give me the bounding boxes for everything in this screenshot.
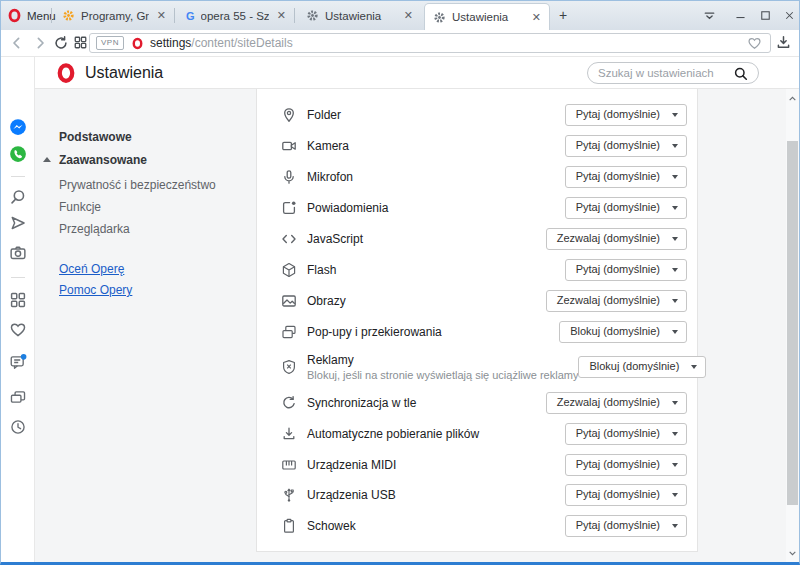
sidebar-item-podstawowe[interactable]: Podstawowe — [59, 130, 132, 144]
personal-news-icon[interactable] — [9, 353, 27, 371]
chevron-down-icon — [672, 524, 678, 528]
permission-row-auto-download: Automatyczne pobieranie plików Pytaj (do… — [257, 419, 697, 449]
scroll-down-arrow[interactable] — [786, 546, 799, 560]
tab-menu-button[interactable] — [701, 7, 718, 24]
tab-google-search[interactable]: G opera 55 - Szukaj w Goog ✕ — [178, 1, 294, 30]
permission-dropdown[interactable]: Zezwalaj (domyślnie) — [546, 290, 687, 312]
permission-row-images: Obrazy Zezwalaj (domyślnie) — [257, 286, 697, 316]
chevron-down-icon — [672, 299, 678, 303]
permission-row-midi: Urządzenia MIDI Pytaj (domyślnie) — [257, 450, 697, 480]
permission-label: JavaScript — [307, 232, 363, 246]
snapshot-camera-icon[interactable] — [9, 244, 27, 262]
dropdown-value: Pytaj (domyślnie) — [576, 170, 660, 182]
permission-dropdown[interactable]: Pytaj (domyślnie) — [565, 135, 687, 157]
scrollbar-thumb[interactable] — [787, 141, 798, 505]
bookmark-heart-icon[interactable] — [747, 36, 762, 51]
permission-dropdown[interactable]: Zezwalaj (domyślnie) — [546, 228, 687, 250]
camera-icon — [281, 138, 297, 154]
sidebar-search-icon[interactable] — [9, 188, 27, 206]
bookmarks-heart-icon[interactable] — [9, 321, 27, 339]
messenger-icon[interactable] — [9, 118, 27, 136]
sidebar-item-prywatnosc[interactable]: Prywatność i bezpieczeństwo — [59, 178, 216, 192]
tab-close-icon[interactable]: ✕ — [155, 9, 168, 22]
rate-opera-link[interactable]: Oceń Operę — [59, 262, 124, 276]
dropdown-value: Pytaj (domyślnie) — [576, 201, 660, 213]
permission-dropdown[interactable]: Pytaj (domyślnie) — [565, 104, 687, 126]
chevron-down-icon — [672, 237, 678, 241]
permission-dropdown[interactable]: Pytaj (domyślnie) — [565, 423, 687, 445]
opera-logo-icon — [7, 8, 22, 23]
permission-label: Schowek — [307, 519, 356, 533]
page-scrollbar[interactable] — [786, 89, 799, 562]
permission-dropdown[interactable]: Blokuj (domyślnie) — [578, 356, 706, 378]
reload-button[interactable] — [53, 35, 69, 51]
tab-close-icon[interactable]: ✕ — [530, 11, 543, 24]
chevron-down-icon — [672, 206, 678, 210]
auto-download-icon — [281, 426, 297, 442]
ads-shield-icon — [281, 359, 297, 375]
opera-help-link[interactable]: Pomoc Opery — [59, 283, 132, 297]
history-clock-icon[interactable] — [9, 418, 27, 436]
whatsapp-icon[interactable] — [9, 145, 27, 163]
tab-ustawienia-1[interactable]: Ustawienia ✕ — [298, 1, 421, 30]
permission-row-flash: Flash Pytaj (domyślnie) — [257, 255, 697, 285]
tab-ustawienia-active[interactable]: Ustawienia ✕ — [425, 4, 549, 30]
sidebar-item-przegladarka[interactable]: Przeglądarka — [59, 222, 130, 236]
dropdown-value: Pytaj (domyślnie) — [576, 427, 660, 439]
downloads-button[interactable] — [775, 34, 793, 52]
url-field[interactable]: VPN settings /content/siteDetails — [89, 33, 771, 53]
permission-label: Mikrofon — [307, 170, 353, 184]
tab-programy[interactable]: Programy, Gry, Kodeki, An ✕ — [54, 1, 174, 30]
permission-dropdown[interactable]: Zezwalaj (domyślnie) — [546, 392, 687, 414]
chevron-down-icon — [672, 401, 678, 405]
permission-dropdown[interactable]: Blokuj (domyślnie) — [559, 321, 687, 343]
settings-search-input[interactable] — [598, 67, 730, 79]
gear-orange-favicon-icon — [62, 9, 75, 22]
permission-dropdown[interactable]: Pytaj (domyślnie) — [565, 259, 687, 281]
tab-close-icon[interactable]: ✕ — [402, 9, 415, 22]
permission-dropdown[interactable]: Pytaj (domyślnie) — [565, 454, 687, 476]
location-pin-icon — [281, 107, 297, 123]
dropdown-value: Blokuj (domyślnie) — [589, 360, 679, 372]
speed-dial-sidebar-icon[interactable] — [9, 291, 27, 309]
tabs-icon[interactable] — [9, 388, 27, 406]
back-button[interactable] — [9, 35, 25, 51]
maximize-button[interactable] — [757, 7, 774, 24]
permission-dropdown[interactable]: Pytaj (domyślnie) — [565, 197, 687, 219]
permission-dropdown[interactable]: Pytaj (domyślnie) — [565, 515, 687, 537]
speed-dial-icon — [73, 35, 88, 50]
forward-button[interactable] — [32, 35, 48, 51]
close-window-button[interactable] — [781, 7, 798, 24]
permission-dropdown[interactable]: Pytaj (domyślnie) — [565, 166, 687, 188]
back-icon — [9, 35, 25, 51]
gear-favicon-icon — [306, 9, 319, 22]
divider — [294, 8, 295, 23]
chevron-down-icon — [672, 268, 678, 272]
sidebar-item-funkcje[interactable]: Funkcje — [59, 200, 101, 214]
settings-page: Ustawienia Podstawowe Zaawansowane Prywa… — [35, 57, 799, 562]
permission-dropdown[interactable]: Pytaj (domyślnie) — [565, 484, 687, 506]
dropdown-value: Pytaj (domyślnie) — [576, 263, 660, 275]
search-icon — [733, 66, 749, 82]
browser-window: Menu Programy, Gry, Kodeki, An ✕ G opera… — [0, 0, 800, 565]
my-flow-icon[interactable] — [9, 214, 27, 232]
settings-search-box[interactable] — [587, 62, 759, 84]
notifications-icon — [281, 200, 297, 216]
vpn-badge[interactable]: VPN — [96, 36, 124, 50]
scroll-up-arrow[interactable] — [786, 91, 799, 105]
dropdown-value: Zezwalaj (domyślnie) — [557, 232, 660, 244]
midi-icon — [281, 457, 297, 473]
tab-close-icon[interactable]: ✕ — [275, 9, 288, 22]
minimize-button[interactable] — [732, 7, 749, 24]
permission-subtitle: Blokuj, jeśli na stronie wyświetlają się… — [307, 369, 578, 381]
opera-menu-button[interactable]: Menu — [7, 1, 56, 30]
speed-dial-button[interactable] — [73, 35, 89, 51]
images-icon — [281, 293, 297, 309]
new-tab-button[interactable]: + — [553, 5, 573, 25]
forward-icon — [32, 35, 48, 51]
chevron-down-icon — [672, 175, 678, 179]
sidebar-item-zaawansowane[interactable]: Zaawansowane — [59, 153, 147, 167]
permission-label: Urządzenia USB — [307, 488, 396, 502]
permission-row-usb: Urządzenia USB Pytaj (domyślnie) — [257, 480, 697, 510]
permission-row-ads: Reklamy Blokuj, jeśli na stronie wyświet… — [257, 345, 697, 389]
